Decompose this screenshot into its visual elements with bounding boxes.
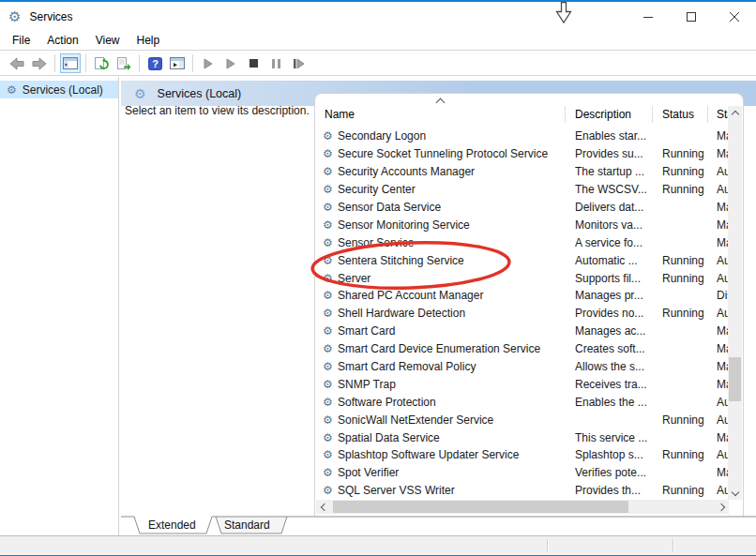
table-row[interactable]: ⚙Sensor ServiceA service fo...Mar [315,233,729,251]
show-console-tree-button[interactable] [60,53,81,73]
service-description: Enables the ... [575,396,656,409]
console-tree-icon [63,57,78,69]
service-gear-icon: ⚙ [323,290,338,301]
tab-extended[interactable]: Extended [148,518,196,532]
maximize-icon [687,12,697,23]
service-description: Manages pr... [575,289,656,302]
description-hint: Select an item to view its description. [125,104,312,117]
table-row[interactable]: ⚙Smart CardManages ac...Mar [315,323,729,340]
table-row[interactable]: ⚙Secondary LogonEnables star...Mar [315,128,729,145]
column-divider[interactable] [565,106,566,123]
service-name: Secondary Logon [338,129,572,143]
column-header-description[interactable]: Description [575,108,631,123]
restart-service-icon [293,58,305,69]
stop-service-button[interactable] [243,53,264,73]
toolbar-separator [139,54,140,72]
minimize-button[interactable] [627,4,670,30]
table-row[interactable]: ⚙Smart Card Device Enumeration ServiceCr… [315,340,729,358]
service-name: Software Protection [338,396,572,409]
vertical-scrollbar[interactable] [728,106,742,500]
service-description: Monitors va... [575,218,656,232]
maximize-button[interactable] [670,4,713,30]
service-gear-icon: ⚙ [323,308,338,319]
service-gear-icon: ⚙ [323,202,338,213]
service-description: Enables star... [575,129,656,143]
scroll-up-button[interactable] [728,106,742,120]
table-row[interactable]: ⚙Spatial Data ServiceThis service ...Mar [315,428,729,446]
service-status: Running [662,307,711,320]
service-name: Sentera Stitching Service [338,254,572,267]
table-row[interactable]: ⚙Security CenterThe WSCSV...RunningAut [315,181,729,199]
toolbar-separator [85,54,86,72]
menu-view[interactable]: View [87,32,129,49]
service-description: Verifies pote... [575,466,656,479]
service-name: SonicWall NetExtender Service [338,413,572,427]
sidebar-item-services-local[interactable]: ⚙ Services (Local) [0,81,118,98]
sidebar-item-label: Services (Local) [23,83,103,97]
close-icon [730,12,740,23]
menu-file[interactable]: File [4,32,38,49]
show-action-pane-button[interactable] [167,53,188,73]
forward-arrow-icon [32,57,47,70]
back-button[interactable] [7,53,27,73]
table-row[interactable]: ⚙Smart Card Removal PolicyAllows the s..… [315,358,729,376]
refresh-button[interactable] [91,53,112,73]
start-service-icon [203,58,214,69]
table-row[interactable]: ⚙Sentera Stitching ServiceAutomatic ...R… [315,251,729,269]
column-header-name[interactable]: Name [325,108,355,123]
table-row[interactable]: ⚙SQL Server VSS WriterProvides th...Runn… [315,482,729,500]
table-row[interactable]: ⚙Secure Socket Tunneling Protocol Servic… [315,145,729,163]
forward-button[interactable] [29,53,50,73]
service-name: Shell Hardware Detection [338,307,572,320]
column-header-status[interactable]: Status [662,108,694,123]
service-description: Delivers dat... [575,201,656,214]
horizontal-scrollbar[interactable] [316,500,729,514]
service-description: Provides th... [575,484,656,497]
service-name: Server [338,272,572,285]
scroll-left-button[interactable] [316,500,330,514]
close-button[interactable] [713,4,756,30]
table-row[interactable]: ⚙Sensor Monitoring ServiceMonitors va...… [315,216,729,233]
export-list-button[interactable] [113,53,134,73]
pause-service-button[interactable] [265,53,286,73]
horizontal-scroll-thumb[interactable] [333,501,628,513]
service-description: A service fo... [575,236,656,249]
menu-help[interactable]: Help [129,32,169,49]
status-bar [0,535,756,555]
service-gear-icon: ⚙ [323,485,338,496]
scroll-right-button[interactable] [715,500,729,514]
service-name: Smart Card Device Enumeration Service [338,342,572,355]
table-row[interactable]: ⚙Shell Hardware DetectionProvides no...R… [315,305,729,323]
help-button[interactable]: ? [144,53,165,73]
service-name: Smart Card Removal Policy [338,360,572,373]
chevron-down-icon [731,488,738,495]
chevron-up-icon [731,110,738,117]
table-row[interactable]: ⚙SNMP TrapReceives tra...Mar [315,375,729,393]
table-row[interactable]: ⚙ServerSupports fil...RunningAut [315,269,729,287]
column-divider[interactable] [652,106,653,123]
scroll-down-button[interactable] [728,486,742,500]
table-row[interactable]: ⚙SonicWall NetExtender ServiceRunningAut [315,411,729,428]
table-row[interactable]: ⚙Spot VerifierVerifies pote...Mar [315,464,729,482]
service-gear-icon: ⚙ [323,237,338,248]
column-divider[interactable] [707,106,708,123]
service-name: Spot Verifier [338,466,572,479]
service-status: Running [662,254,711,267]
table-row[interactable]: ⚙Splashtop Software Updater ServiceSplas… [315,446,729,464]
table-row[interactable]: ⚙Software ProtectionEnables the ...Aut [315,393,729,411]
toolbar: ? [0,52,756,76]
table-row[interactable]: ⚙Sensor Data ServiceDelivers dat...Mar [315,199,729,217]
tab-standard[interactable]: Standard [224,518,270,532]
menu-action[interactable]: Action [38,32,86,49]
resume-service-button[interactable] [220,53,241,73]
service-description: The startup ... [575,165,656,178]
restart-service-button[interactable] [288,53,309,73]
stop-service-icon [249,58,259,68]
table-row[interactable]: ⚙Shared PC Account ManagerManages pr...D… [315,287,729,305]
service-description: Provides su... [575,147,656,160]
service-gear-icon: ⚙ [323,343,338,354]
vertical-scroll-thumb[interactable] [729,357,741,401]
start-service-button[interactable] [198,53,219,73]
service-name: Security Center [338,183,572,196]
table-row[interactable]: ⚙Security Accounts ManagerThe startup ..… [315,163,729,181]
